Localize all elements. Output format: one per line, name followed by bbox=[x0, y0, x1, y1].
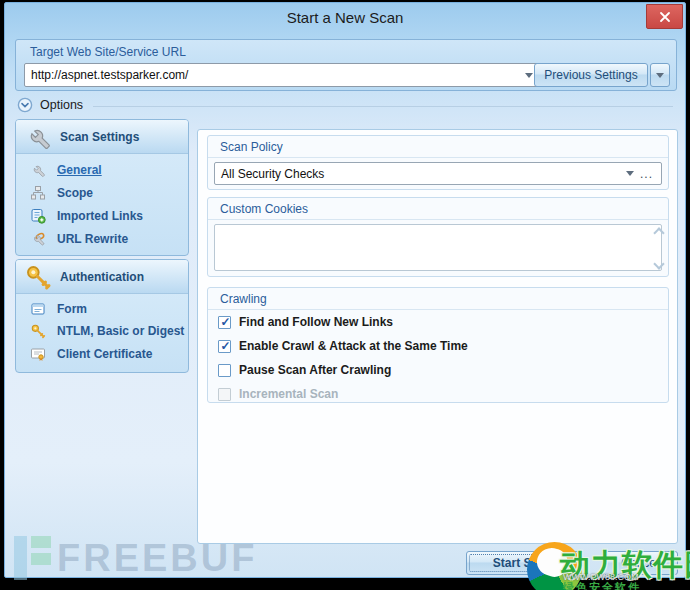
pw88-tagline-text: 绿色安全软件 bbox=[563, 580, 641, 590]
crawling-title: Crawling bbox=[208, 288, 668, 310]
sidebar-item-url-rewrite-label[interactable]: URL Rewrite bbox=[57, 232, 128, 246]
sidebar-item-ntlm-label[interactable]: NTLM, Basic or Digest bbox=[57, 324, 184, 338]
options-expander: Options bbox=[17, 97, 677, 113]
sidebar-item-client-certificate[interactable]: Client Certificate bbox=[30, 345, 152, 363]
scan-policy-select[interactable]: All Security Checks ... bbox=[214, 162, 662, 185]
chevron-down-icon bbox=[656, 73, 664, 78]
titlebar: Start a New Scan bbox=[5, 3, 685, 33]
key-small-icon bbox=[30, 323, 46, 339]
checkbox-icon bbox=[218, 388, 231, 401]
policy-dropdown-arrow-icon[interactable] bbox=[626, 171, 634, 176]
target-url-section-title: Target Web Site/Service URL bbox=[30, 45, 186, 59]
options-separator bbox=[93, 106, 673, 107]
policy-more-button[interactable]: ... bbox=[640, 167, 653, 181]
certificate-icon bbox=[30, 346, 46, 362]
checkbox-icon[interactable] bbox=[218, 316, 231, 329]
sidebar-item-imported-links-label[interactable]: Imported Links bbox=[57, 209, 143, 223]
authentication-header[interactable]: Authentication bbox=[16, 260, 188, 294]
sidebar-item-form-label[interactable]: Form bbox=[57, 302, 87, 316]
window-title: Start a New Scan bbox=[5, 3, 685, 33]
url-dropdown-arrow-icon[interactable] bbox=[525, 73, 533, 78]
target-url-section: Target Web Site/Service URL http://aspne… bbox=[15, 39, 677, 91]
sidebar-item-imported-links[interactable]: Imported Links bbox=[30, 207, 143, 225]
form-icon bbox=[30, 301, 46, 317]
scan-policy-selected-value: All Security Checks bbox=[215, 167, 626, 181]
sidebar-item-form[interactable]: Form bbox=[30, 300, 87, 318]
scan-policy-section: Scan Policy All Security Checks ... bbox=[207, 135, 669, 190]
checkbox-icon[interactable] bbox=[218, 364, 231, 377]
checkbox-pause-after-crawling[interactable]: Pause Scan After Crawling bbox=[218, 362, 391, 378]
start-new-scan-dialog: Start a New Scan Target Web Site/Service… bbox=[4, 2, 686, 578]
scan-settings-title: Scan Settings bbox=[60, 130, 139, 144]
sidebar-item-ntlm[interactable]: NTLM, Basic or Digest bbox=[30, 322, 184, 340]
options-collapse-icon[interactable] bbox=[17, 97, 33, 113]
imported-links-icon bbox=[30, 208, 46, 224]
sitemap-icon bbox=[30, 185, 46, 201]
checkbox-crawl-attack-same-time[interactable]: Enable Crawl & Attack at the Same Time bbox=[218, 338, 468, 354]
options-label: Options bbox=[40, 98, 83, 112]
start-scan-button[interactable]: Start Scan bbox=[466, 551, 579, 575]
settings-content-panel: Scan Policy All Security Checks ... Cust… bbox=[197, 129, 678, 544]
authentication-panel: Authentication Form NTLM, Basic or Diges… bbox=[15, 259, 189, 373]
scan-settings-header[interactable]: Scan Settings bbox=[16, 120, 188, 154]
sidebar-item-general[interactable]: General bbox=[30, 161, 102, 179]
sidebar-item-url-rewrite[interactable]: URL Rewrite bbox=[30, 230, 128, 248]
previous-settings-button[interactable]: Previous Settings bbox=[534, 63, 648, 87]
close-icon bbox=[659, 11, 671, 23]
custom-cookies-title: Custom Cookies bbox=[208, 198, 668, 220]
checkbox-icon[interactable] bbox=[218, 340, 231, 353]
authentication-title: Authentication bbox=[60, 270, 144, 284]
close-button[interactable] bbox=[646, 4, 683, 29]
crawling-section: Crawling Find and Follow New Links Enabl… bbox=[207, 287, 669, 403]
url-rewrite-icon bbox=[30, 231, 46, 247]
checkbox-find-follow-links[interactable]: Find and Follow New Links bbox=[218, 314, 393, 330]
target-url-value: http://aspnet.testsparker.com/ bbox=[25, 68, 525, 82]
wrench-small-icon bbox=[30, 162, 46, 178]
checkbox-incremental-scan: Incremental Scan bbox=[218, 386, 338, 402]
sidebar-item-scope[interactable]: Scope bbox=[30, 184, 93, 202]
scan-policy-title: Scan Policy bbox=[208, 136, 668, 158]
sidebar-item-general-label[interactable]: General bbox=[57, 163, 102, 177]
previous-settings-dropdown-button[interactable] bbox=[650, 63, 670, 87]
cancel-button[interactable]: Cancel bbox=[602, 551, 678, 575]
wrench-icon bbox=[24, 123, 52, 151]
key-icon bbox=[24, 263, 52, 291]
custom-cookies-section: Custom Cookies bbox=[207, 197, 669, 277]
scan-settings-panel: Scan Settings General Scope I bbox=[15, 119, 189, 256]
sidebar-item-scope-label[interactable]: Scope bbox=[57, 186, 93, 200]
custom-cookies-textarea[interactable] bbox=[214, 224, 662, 271]
target-url-input[interactable]: http://aspnet.testsparker.com/ bbox=[24, 63, 542, 87]
sidebar-item-client-certificate-label[interactable]: Client Certificate bbox=[57, 347, 152, 361]
